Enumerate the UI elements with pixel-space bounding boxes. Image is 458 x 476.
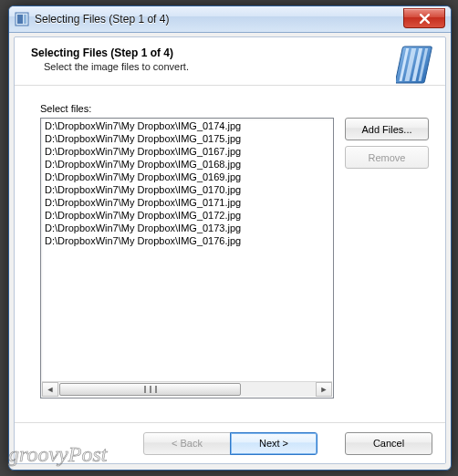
select-files-label: Select files: <box>40 103 432 114</box>
close-button[interactable] <box>403 8 445 28</box>
horizontal-scrollbar[interactable]: ◄ ► <box>42 381 332 397</box>
scroll-thumb[interactable] <box>59 383 241 396</box>
window-title: Selecting Files (Step 1 of 4) <box>35 13 169 26</box>
wizard-graphic-icon <box>396 45 436 85</box>
list-item[interactable]: D:\DropboxWin7\My Dropbox\IMG_0168.jpg <box>43 158 331 171</box>
add-files-button[interactable]: Add Files... <box>345 118 429 140</box>
close-icon <box>420 14 430 24</box>
list-item[interactable]: D:\DropboxWin7\My Dropbox\IMG_0175.jpg <box>43 132 331 145</box>
title-bar[interactable]: Selecting Files (Step 1 of 4) <box>9 6 451 33</box>
scroll-right-button[interactable]: ► <box>316 382 332 397</box>
file-list[interactable]: D:\DropboxWin7\My Dropbox\IMG_0174.jpgD:… <box>40 118 334 398</box>
wizard-dialog: Selecting Files (Step 1 of 4) Selecting … <box>8 5 452 471</box>
svg-rect-2 <box>24 15 26 24</box>
app-icon <box>15 12 29 26</box>
list-item[interactable]: D:\DropboxWin7\My Dropbox\IMG_0167.jpg <box>43 145 331 158</box>
wizard-body: Select files: D:\DropboxWin7\My Dropbox\… <box>15 90 445 423</box>
scroll-left-button[interactable]: ◄ <box>42 382 58 397</box>
wizard-footer: < Back Next > Cancel <box>15 422 445 463</box>
list-item[interactable]: D:\DropboxWin7\My Dropbox\IMG_0173.jpg <box>43 222 331 234</box>
list-item[interactable]: D:\DropboxWin7\My Dropbox\IMG_0171.jpg <box>43 196 331 209</box>
list-item[interactable]: D:\DropboxWin7\My Dropbox\IMG_0169.jpg <box>43 171 331 183</box>
client-area: Selecting Files (Step 1 of 4) Select the… <box>14 36 446 464</box>
back-button[interactable]: < Back <box>143 432 231 455</box>
list-item[interactable]: D:\DropboxWin7\My Dropbox\IMG_0172.jpg <box>43 209 331 222</box>
scroll-track[interactable] <box>58 382 316 397</box>
list-item[interactable]: D:\DropboxWin7\My Dropbox\IMG_0170.jpg <box>43 183 331 196</box>
list-item[interactable]: D:\DropboxWin7\My Dropbox\IMG_0176.jpg <box>43 234 331 247</box>
page-title: Selecting Files (Step 1 of 4) <box>31 47 369 59</box>
remove-button[interactable]: Remove <box>345 146 429 169</box>
list-item[interactable]: D:\DropboxWin7\My Dropbox\IMG_0174.jpg <box>43 119 331 132</box>
cancel-button[interactable]: Cancel <box>345 432 432 455</box>
svg-rect-1 <box>17 15 23 24</box>
page-subtitle: Select the image files to convert. <box>44 61 369 72</box>
wizard-header: Selecting Files (Step 1 of 4) Select the… <box>15 37 445 86</box>
next-button[interactable]: Next > <box>230 432 317 455</box>
